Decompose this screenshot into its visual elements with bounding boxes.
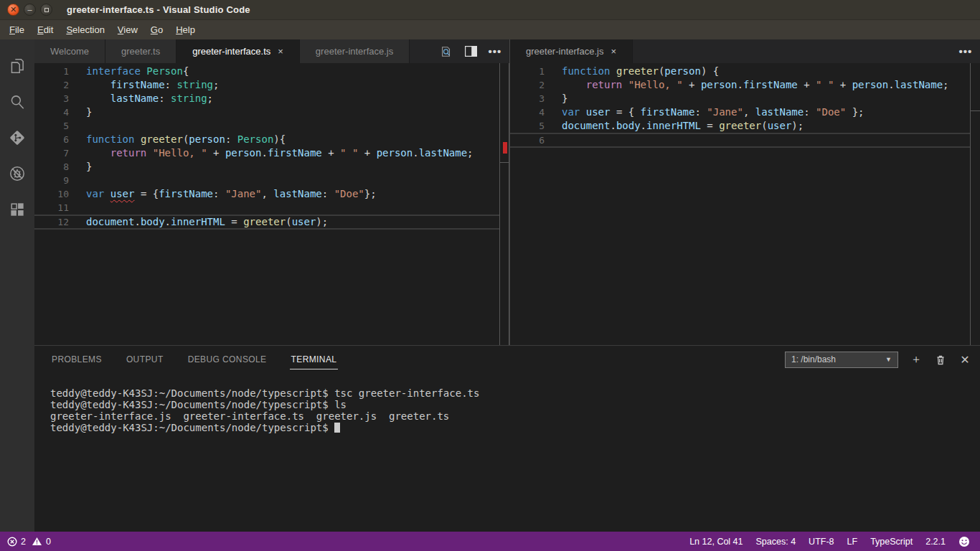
- close-tab-icon[interactable]: ×: [611, 46, 616, 57]
- menu-view[interactable]: View: [111, 22, 144, 38]
- explorer-icon[interactable]: [0, 48, 34, 84]
- code-line-1[interactable]: 1function greeter(person) {: [510, 65, 970, 78]
- code-line-8[interactable]: 8}: [34, 160, 499, 174]
- code-line-4[interactable]: 4var user = { firstName: "Jane", lastNam…: [510, 105, 970, 119]
- maximize-icon: [44, 8, 49, 12]
- code-line-7[interactable]: 7 return "Hello, " + person.firstName + …: [34, 146, 499, 160]
- kill-terminal-icon[interactable]: [934, 353, 947, 366]
- tab-label: greeter.ts: [121, 46, 160, 57]
- chevron-down-icon: ▼: [885, 356, 892, 363]
- status-typescript[interactable]: TypeScript: [870, 537, 913, 547]
- tab-greeter-interface-js[interactable]: greeter-interface.js×: [510, 39, 633, 63]
- more-actions-icon[interactable]: •••: [488, 44, 502, 59]
- warning-count-value: 0: [46, 537, 51, 547]
- scrollbar-slider[interactable]: [971, 63, 980, 111]
- code-line-4[interactable]: 4}: [34, 105, 499, 119]
- line-number: 1: [510, 65, 545, 78]
- panel-tab-output[interactable]: OUTPUT: [125, 350, 165, 369]
- line-number: 10: [34, 187, 69, 201]
- split-editor-icon[interactable]: [463, 44, 478, 59]
- window-close-button[interactable]: ✕: [7, 4, 19, 16]
- close-icon: ✕: [10, 6, 17, 14]
- close-tab-icon[interactable]: ×: [278, 46, 283, 57]
- tab-label: Welcome: [50, 46, 89, 57]
- code-line-2[interactable]: 2 firstName: string;: [34, 78, 499, 92]
- code-line-3[interactable]: 3 lastName: string;: [34, 92, 499, 105]
- editor-actions-right: •••: [958, 39, 980, 63]
- extensions-icon[interactable]: [0, 192, 34, 227]
- line-number: 2: [34, 78, 69, 92]
- terminal-select[interactable]: 1: /bin/bash ▼: [785, 352, 898, 368]
- warning-count[interactable]: 0: [32, 537, 51, 547]
- panel-tab-terminal[interactable]: TERMINAL: [290, 350, 339, 369]
- scrollbar-left[interactable]: [499, 63, 509, 345]
- line-number: 3: [510, 92, 545, 105]
- code-line-1[interactable]: 1interface Person{: [34, 65, 499, 78]
- line-number: 8: [34, 160, 69, 174]
- editor-right[interactable]: 1function greeter(person) {2 return "Hel…: [510, 63, 980, 345]
- window-maximize-button[interactable]: [40, 4, 52, 16]
- source-control-icon[interactable]: [0, 120, 34, 156]
- terminal-cursor: [334, 423, 340, 433]
- terminal-line: greeter-interface.js greeter-interface.t…: [50, 410, 980, 422]
- tab-strip-right: greeter-interface.js× •••: [510, 39, 980, 63]
- menu-go[interactable]: Go: [144, 22, 169, 38]
- error-marker: [503, 142, 507, 154]
- terminal-line: teddy@teddy-K43SJ:~/Documents/node/types…: [50, 422, 980, 433]
- scrollbar-right[interactable]: [970, 63, 980, 345]
- debug-icon[interactable]: [0, 156, 34, 192]
- line-number: 2: [510, 78, 545, 92]
- code-line-9[interactable]: 9: [34, 174, 499, 187]
- menu-selection[interactable]: Selection: [60, 22, 110, 38]
- close-panel-icon[interactable]: ✕: [958, 353, 971, 366]
- editor-area: Welcomegreeter.tsgreeter-interface.ts×gr…: [34, 39, 980, 345]
- line-number: 5: [510, 119, 545, 133]
- code-line-6[interactable]: 6: [510, 133, 970, 148]
- status-spaces-4[interactable]: Spaces: 4: [756, 537, 796, 547]
- editor-group-right: greeter-interface.js× ••• 1function gree…: [509, 39, 980, 345]
- title-bar: ✕ – greeter-interface.ts - Visual Studio…: [0, 0, 980, 20]
- error-icon: [7, 537, 17, 547]
- status-ln-12-col-41[interactable]: Ln 12, Col 41: [689, 537, 743, 547]
- new-terminal-icon[interactable]: ＋: [910, 353, 923, 366]
- tab-strip-left: Welcomegreeter.tsgreeter-interface.ts×gr…: [34, 39, 509, 63]
- menu-help[interactable]: Help: [169, 22, 202, 38]
- menu-file[interactable]: File: [3, 22, 31, 38]
- panel-tab-debug-console[interactable]: DEBUG CONSOLE: [187, 350, 268, 369]
- warning-icon: [32, 537, 42, 546]
- code-line-12[interactable]: 12document.body.innerHTML = greeter(user…: [34, 215, 499, 230]
- tab-greeter-interface-js[interactable]: greeter-interface.js: [300, 39, 410, 63]
- line-number: 11: [34, 201, 69, 215]
- menu-edit[interactable]: Edit: [31, 22, 60, 38]
- open-preview-icon[interactable]: [439, 44, 453, 59]
- terminal[interactable]: teddy@teddy-K43SJ:~/Documents/node/types…: [34, 373, 980, 532]
- line-number: 4: [34, 105, 69, 119]
- code-line-11[interactable]: 11: [34, 201, 499, 215]
- search-icon[interactable]: [0, 84, 34, 120]
- code-line-6[interactable]: 6function greeter(person: Person){: [34, 133, 499, 146]
- more-actions-icon[interactable]: •••: [958, 44, 973, 59]
- status-lf[interactable]: LF: [847, 537, 858, 547]
- workbench: Welcomegreeter.tsgreeter-interface.ts×gr…: [34, 39, 980, 532]
- tab-greeter-ts[interactable]: greeter.ts: [105, 39, 176, 63]
- tab-welcome[interactable]: Welcome: [34, 39, 105, 63]
- status-bar: 2 0 Ln 12, Col 41Spaces: 4UTF-8LFTypeScr…: [0, 532, 980, 551]
- code-line-5[interactable]: 5: [34, 119, 499, 133]
- code-line-5[interactable]: 5document.body.innerHTML = greeter(user)…: [510, 119, 970, 133]
- tab-greeter-interface-ts[interactable]: greeter-interface.ts×: [176, 39, 300, 63]
- code-line-10[interactable]: 10var user = {firstName: "Jane", lastNam…: [34, 187, 499, 201]
- status-utf-8[interactable]: UTF-8: [809, 537, 834, 547]
- editor-group-left: Welcomegreeter.tsgreeter-interface.ts×gr…: [34, 39, 509, 345]
- tab-label: greeter-interface.js: [316, 46, 393, 57]
- line-number: 1: [34, 65, 69, 78]
- tab-label: greeter-interface.ts: [192, 46, 270, 57]
- editor-left[interactable]: 1interface Person{2 firstName: string;3 …: [34, 63, 509, 345]
- feedback-smiley-icon[interactable]: [958, 536, 970, 547]
- error-count[interactable]: 2: [7, 537, 26, 547]
- code-line-3[interactable]: 3}: [510, 92, 970, 105]
- code-line-2[interactable]: 2 return "Hello, " + person.firstName + …: [510, 78, 970, 92]
- panel-tab-problems[interactable]: PROBLEMS: [50, 350, 103, 369]
- terminal-line: teddy@teddy-K43SJ:~/Documents/node/types…: [50, 387, 980, 399]
- window-minimize-button[interactable]: –: [24, 4, 36, 16]
- status-2-2-1[interactable]: 2.2.1: [925, 537, 946, 547]
